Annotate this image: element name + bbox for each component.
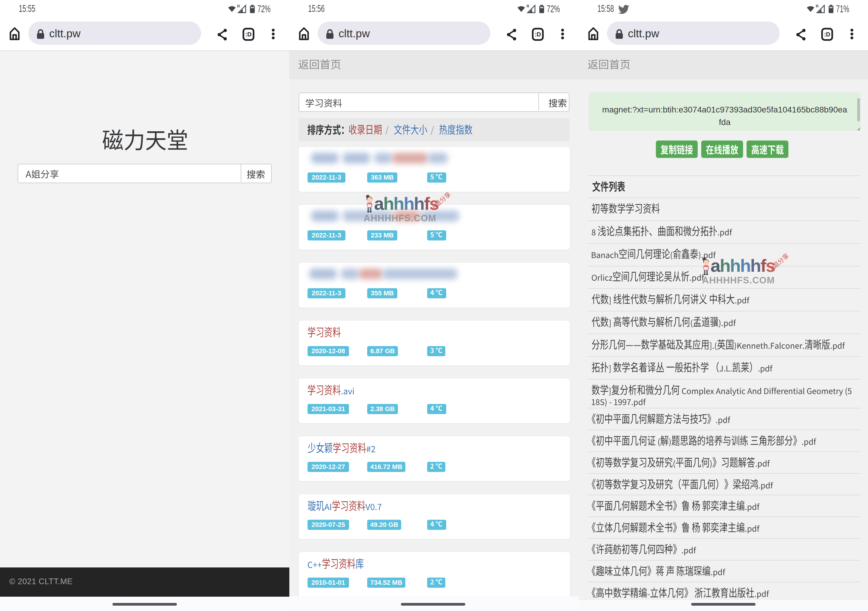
svg-text::D: :D	[245, 31, 251, 37]
svg-text:R: R	[237, 4, 240, 8]
svg-text::D: :D	[535, 31, 541, 37]
svg-text:R: R	[527, 4, 529, 8]
svg-text::D: :D	[824, 31, 830, 37]
svg-text:R: R	[816, 4, 819, 8]
